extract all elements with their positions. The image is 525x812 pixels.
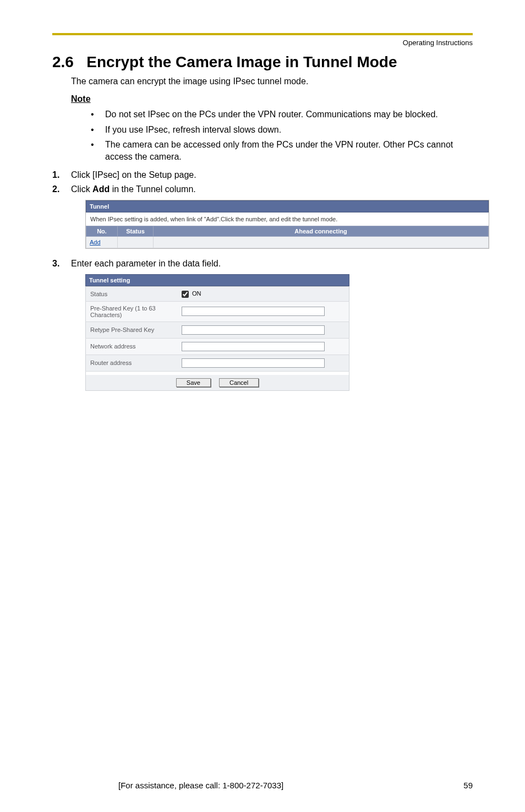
col-header-ahead: Ahead connecting xyxy=(154,226,489,237)
running-header: Operating Instructions xyxy=(52,39,473,47)
tunnel-panel-caption: When IPsec setting is added, when link o… xyxy=(86,212,489,226)
network-label: Network address xyxy=(86,338,178,355)
setting-row-psk: Pre-Shared Key (1 to 63 Characters) xyxy=(86,301,349,321)
retype-label: Retype Pre-Shared Key xyxy=(86,321,178,338)
step-number: 1. xyxy=(52,170,71,180)
col-header-status: Status xyxy=(118,226,154,237)
step-2-post: in the Tunnel column. xyxy=(110,184,196,194)
step-text: Click Add in the Tunnel column. xyxy=(71,184,473,194)
setting-row-retype: Retype Pre-Shared Key xyxy=(86,321,349,338)
setting-button-row: Save Cancel xyxy=(85,375,349,391)
step-2: 2. Click Add in the Tunnel column. xyxy=(52,184,473,194)
section-title-text: Encrypt the Camera Image in Tunnel Mode xyxy=(86,53,397,70)
router-address-input[interactable] xyxy=(182,358,325,368)
footer-page-number: 59 xyxy=(463,781,473,790)
tunnel-setting-title: Tunnel setting xyxy=(85,274,349,286)
psk-input-cell xyxy=(177,301,349,321)
step-2-bold: Add xyxy=(92,184,110,194)
table-cell-empty xyxy=(154,237,489,248)
step-number: 2. xyxy=(52,184,71,194)
psk-input[interactable] xyxy=(182,307,325,316)
setting-row-router: Router address xyxy=(86,355,349,371)
psk-label: Pre-Shared Key (1 to 63 Characters) xyxy=(86,301,178,321)
page-footer: [For assistance, please call: 1-800-272-… xyxy=(52,781,473,790)
table-header-row: No. Status Ahead connecting xyxy=(86,226,489,237)
save-button[interactable]: Save xyxy=(176,378,211,387)
tunnel-table: No. Status Ahead connecting Add xyxy=(86,226,489,248)
router-label: Router address xyxy=(86,355,178,371)
section-heading: 2.6 Encrypt the Camera Image in Tunnel M… xyxy=(52,53,473,71)
note-list: Do not set IPsec on the PCs under the VP… xyxy=(91,108,467,162)
tunnel-panel-title: Tunnel xyxy=(86,200,489,212)
add-link[interactable]: Add xyxy=(86,237,118,248)
cancel-button[interactable]: Cancel xyxy=(219,378,259,387)
retype-psk-input[interactable] xyxy=(182,325,325,335)
step-text: Click [IPsec] on the Setup page. xyxy=(71,170,473,180)
step-1: 1. Click [IPsec] on the Setup page. xyxy=(52,170,473,180)
setting-row-network: Network address xyxy=(86,338,349,355)
header-accent-bar xyxy=(52,33,473,35)
router-input-cell xyxy=(177,355,349,371)
col-header-no: No. xyxy=(86,226,118,237)
note-item: Do not set IPsec on the PCs under the VP… xyxy=(91,108,467,121)
section-number: 2.6 xyxy=(52,53,74,70)
table-cell-empty xyxy=(118,237,154,248)
step-2-pre: Click xyxy=(71,184,92,194)
tunnel-list-panel: Tunnel When IPsec setting is added, when… xyxy=(85,200,489,249)
note-heading: Note xyxy=(71,94,473,104)
status-label: Status xyxy=(86,287,178,302)
section-intro: The camera can encrypt the image using I… xyxy=(71,77,473,86)
tunnel-setting-table: Status ON Pre-Shared Key (1 to 63 Charac… xyxy=(85,286,349,372)
status-value-cell: ON xyxy=(177,287,349,302)
note-item: The camera can be accessed only from the… xyxy=(91,139,467,162)
setting-row-status: Status ON xyxy=(86,287,349,302)
tunnel-setting-panel: Tunnel setting Status ON Pre-Shared Key … xyxy=(85,274,349,391)
table-row: Add xyxy=(86,237,489,248)
footer-assist: [For assistance, please call: 1-800-272-… xyxy=(118,781,283,790)
retype-input-cell xyxy=(177,321,349,338)
note-item: If you use IPsec, refresh interval slows… xyxy=(91,124,467,136)
network-input-cell xyxy=(177,338,349,355)
network-address-input[interactable] xyxy=(182,342,325,351)
step-3: 3. Enter each parameter in the data fiel… xyxy=(52,259,473,269)
step-text: Enter each parameter in the data field. xyxy=(71,259,473,269)
status-checkbox[interactable] xyxy=(182,291,189,298)
step-number: 3. xyxy=(52,259,71,269)
status-on-text: ON xyxy=(192,290,201,297)
